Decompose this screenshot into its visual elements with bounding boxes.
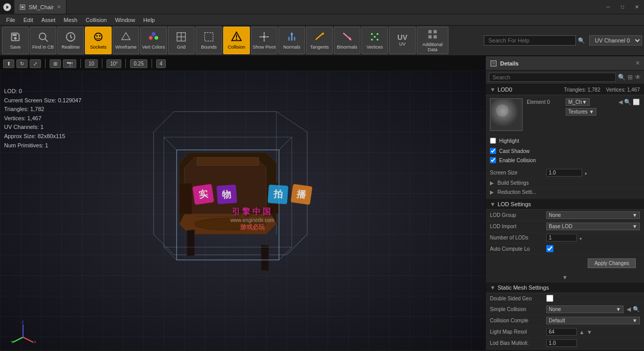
menu-edit[interactable]: Edit [19, 16, 37, 24]
eye-icon[interactable]: 👁 [635, 74, 641, 81]
menu-help[interactable]: Help [139, 16, 159, 24]
ue-logo [0, 0, 14, 14]
vert-colors-label: Vert Colors [142, 45, 165, 50]
lod-settings-header[interactable]: ▼ LOD Settings [486, 199, 644, 210]
reduction-expand-icon[interactable]: ▶ [490, 189, 494, 195]
cast-shadow-checkbox[interactable] [490, 148, 496, 154]
svg-text:Z: Z [22, 320, 24, 324]
svg-marker-49 [179, 183, 192, 214]
material-dropdown[interactable]: M_Ch▼ [566, 98, 590, 106]
lod0-header[interactable]: ▼ LOD0 Triangles: 1,782 Vertices: 1,467 [486, 84, 644, 95]
screen-size-spinner[interactable]: ⬧ [584, 170, 588, 176]
find-in-cb-button[interactable]: Find in CB [30, 27, 56, 54]
menu-mesh[interactable]: Mesh [59, 16, 81, 24]
menu-window[interactable]: Window [111, 16, 139, 24]
vt-cam-speed[interactable]: 4 [156, 59, 166, 68]
vert-colors-button[interactable]: Vert Colors [140, 27, 167, 54]
vt-snap-grid[interactable]: ⊞ [50, 59, 61, 68]
vt-translate[interactable]: ⬆ [3, 59, 14, 68]
lod-import-dropdown[interactable]: Base LOD ▼ [546, 223, 640, 230]
svg-rect-37 [428, 30, 432, 33]
svg-marker-25 [290, 32, 293, 34]
search-help-input[interactable] [484, 35, 576, 46]
vt-rotate[interactable]: ↻ [16, 59, 28, 68]
grid-view-icon[interactable]: ⊞ [628, 74, 633, 81]
binormals-button[interactable]: Binormals [334, 27, 360, 54]
light-map-input[interactable] [546, 328, 577, 336]
uv-channels-info: UV Channels: 1 [4, 123, 81, 132]
svg-line-63 [13, 337, 23, 342]
light-map-up[interactable]: ▲ [579, 329, 585, 335]
collision-button[interactable]: Collision [223, 27, 250, 54]
details-search-input[interactable] [489, 73, 616, 82]
svg-text:Y: Y [11, 340, 14, 344]
vt-angle[interactable]: 10° [106, 59, 121, 68]
apply-changes-button[interactable]: Apply Changes [588, 258, 636, 268]
lod-bias-input[interactable] [546, 339, 577, 347]
bounds-button[interactable]: Bounds [196, 27, 222, 54]
lod-group-dropdown[interactable]: None ▼ [546, 211, 640, 219]
lod-settings-label: LOD Settings [498, 201, 531, 207]
screen-size-row: Screen Size ⬧ [486, 167, 644, 179]
vt-scale[interactable]: ⤢ [30, 59, 41, 68]
menu-asset[interactable]: Asset [37, 16, 60, 24]
uv-button[interactable]: UV UV [389, 27, 416, 54]
menu-file[interactable]: File [2, 16, 19, 24]
viewport-scene[interactable]: LOD: 0 Current Screen Size: 0.129047 Tri… [0, 71, 485, 350]
search-icon[interactable]: 🔍 [618, 74, 626, 81]
minimize-button[interactable]: ─ [601, 0, 615, 14]
lod-bias-label: Lod Bias Multioli: [490, 340, 546, 346]
bounds-icon [203, 31, 214, 44]
wireframe-button[interactable]: Wireframe [113, 27, 139, 54]
chair-svg [143, 91, 317, 275]
show-pivot-button[interactable]: Show Pivot [251, 27, 277, 54]
vt-snap-value[interactable]: 10 [85, 59, 98, 68]
highlight-checkbox[interactable] [490, 138, 496, 144]
viewport[interactable]: ⬆ ↻ ⤢ ⊞ 📷 10 10° 0.25 4 LOD: 0 Current S… [0, 56, 485, 350]
mat-forward-icon[interactable]: ⬜ [633, 99, 640, 105]
additional-data-icon [427, 29, 438, 41]
menu-collision[interactable]: Collision [81, 16, 111, 24]
lod0-label: LOD0 [498, 86, 512, 93]
collision-complex-dropdown[interactable]: Default ▼ [546, 317, 640, 324]
svg-line-3 [45, 39, 48, 41]
normals-button[interactable]: Normals [278, 27, 305, 54]
enable-collision-checkbox[interactable] [490, 157, 496, 163]
maximize-button[interactable]: □ [615, 0, 630, 14]
tab-sm-chair[interactable]: SM_Chair ✕ [14, 0, 67, 14]
build-settings-expand-icon[interactable]: ▶ [490, 180, 494, 186]
realtime-icon [65, 31, 76, 44]
simple-collision-search[interactable]: 🔍 [633, 306, 640, 313]
tab-close[interactable]: ✕ [57, 4, 61, 10]
light-map-down[interactable]: ▼ [587, 329, 592, 335]
material-nav-icons: ◀ 🔍 ⬜ [618, 99, 640, 105]
grid-button[interactable]: Grid [168, 27, 195, 54]
additional-data-button[interactable]: Additional Data [417, 27, 448, 54]
vt-scale-val[interactable]: 0.25 [130, 59, 147, 68]
sockets-button[interactable]: Sockets [85, 27, 112, 54]
simple-collision-dropdown[interactable]: None ▼ [546, 305, 624, 313]
textures-dropdown[interactable]: Textures ▼ [566, 108, 596, 116]
vertices-button[interactable]: Vertices [361, 27, 388, 54]
collapse-arrow[interactable]: ▼ [486, 272, 644, 282]
close-button[interactable]: ✕ [630, 0, 644, 14]
auto-compute-checkbox[interactable] [546, 245, 553, 252]
toolbar: Save Find in CB Realtime Sockets Wirefra… [0, 26, 644, 56]
mat-search-icon[interactable]: 🔍 [624, 99, 631, 105]
vt-camera[interactable]: 📷 [63, 59, 76, 68]
material-thumbnail [490, 98, 523, 131]
highlight-label: Highlight [499, 138, 519, 144]
double-sided-checkbox[interactable] [546, 295, 553, 302]
save-button[interactable]: Save [2, 27, 29, 54]
realtime-button[interactable]: Realtime [57, 27, 84, 54]
uv-channel-select[interactable]: UV Channel 0 UV Channel 1 [589, 35, 642, 46]
details-close[interactable]: ✕ [635, 60, 640, 67]
approx-size-info: Approx Size: 82x80x115 [4, 132, 81, 141]
num-lods-spinner[interactable]: ⬧ [579, 235, 583, 241]
mat-back-icon[interactable]: ◀ [618, 99, 622, 105]
screen-size-input[interactable] [546, 169, 582, 177]
simple-collision-nav[interactable]: ◀ [627, 306, 631, 313]
num-lods-input[interactable] [546, 234, 577, 242]
static-mesh-settings-header[interactable]: ▼ Static Mesh Settings [486, 282, 644, 293]
tangents-button[interactable]: Tangents [306, 27, 333, 54]
